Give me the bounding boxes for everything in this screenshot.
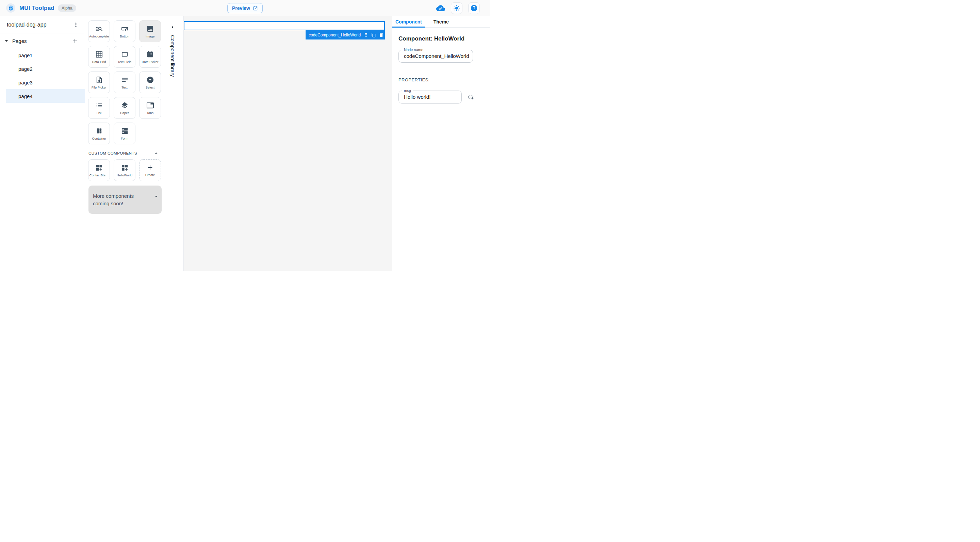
library-collapse-strip: Component library [162, 16, 183, 271]
coming-soon-banner[interactable]: More components coming soon! [89, 185, 162, 214]
drag-handle[interactable] [363, 32, 369, 37]
project-row: toolpad-dog-app [0, 16, 85, 33]
project-name: toolpad-dog-app [7, 22, 47, 28]
theme-toggle-button[interactable] [451, 2, 463, 14]
library-card-list[interactable]: List [88, 97, 110, 119]
custom-component-contactsta[interactable]: ContactSta… [88, 159, 110, 181]
component-cards-grid: Autocomplete Button Image Data Grid Text… [88, 21, 161, 144]
card-label: Tabs [147, 111, 153, 115]
text-field-icon [121, 50, 129, 58]
card-label: Autocomplete [89, 34, 109, 38]
main-body: toolpad-dog-app Pages page1 page2 page3 … [0, 16, 490, 271]
msg-label: msg [402, 89, 413, 92]
sidebar-item-page4[interactable]: page4 [6, 89, 85, 103]
add-link-icon [467, 94, 474, 100]
tab-label: Theme [434, 19, 449, 24]
sidebar-item-page2[interactable]: page2 [0, 62, 85, 76]
dns-icon [121, 127, 129, 135]
create-component-button[interactable]: Create [139, 159, 161, 181]
container-icon [95, 127, 103, 135]
node-name-field[interactable]: Node name codeComponent_HelloWorld [398, 50, 473, 63]
light-mode-icon [453, 5, 460, 11]
library-card-image[interactable]: Image [139, 21, 161, 42]
header-actions [436, 2, 480, 14]
sidebar-item-page3[interactable]: page3 [0, 76, 85, 89]
card-label: Form [121, 137, 128, 140]
library-card-form[interactable]: Form [114, 123, 135, 144]
add-page-button[interactable] [70, 37, 79, 45]
notes-icon [121, 76, 129, 84]
open-in-new-icon [253, 6, 258, 11]
component-library-title: Component library [170, 35, 176, 77]
app-header: MUI Toolpad Alpha Preview [0, 0, 490, 16]
tab-component[interactable]: Component [392, 16, 425, 27]
collapse-library-button[interactable] [169, 24, 176, 31]
pages-tree-header[interactable]: Pages [0, 35, 85, 46]
app-title: MUI Toolpad [19, 5, 54, 11]
library-card-date-picker[interactable]: Date Picker [139, 46, 161, 68]
list-icon [95, 102, 103, 109]
library-card-tabs[interactable]: Tabs [139, 97, 161, 119]
select-icon [146, 76, 154, 84]
library-card-button[interactable]: Button [114, 21, 135, 42]
selected-node-name: codeComponent_HelloWorld [309, 33, 361, 37]
card-label: ContactSta… [89, 173, 109, 177]
card-label: Text Field [118, 60, 132, 64]
properties-label: PROPERTIES: [398, 77, 484, 82]
tab-theme[interactable]: Theme [430, 16, 452, 27]
plus-icon [72, 37, 78, 44]
card-label: Select [146, 86, 154, 89]
selected-node-toolbar: codeComponent_HelloWorld [305, 30, 385, 40]
msg-property-row: msg Hello world! [398, 91, 484, 104]
plus-icon [146, 164, 154, 171]
library-card-select[interactable]: Select [139, 72, 161, 93]
card-label: File Picker [92, 86, 107, 89]
custom-component-helloworld[interactable]: HelloWorld [114, 159, 135, 181]
duplicate-node-button[interactable] [371, 33, 376, 37]
page-label: page2 [18, 66, 33, 72]
page-label: page1 [18, 53, 33, 58]
editor-canvas[interactable]: codeComponent_HelloWorld [184, 16, 392, 271]
bind-property-button[interactable] [466, 93, 475, 101]
card-label: Image [146, 34, 154, 38]
project-menu-button[interactable] [71, 20, 81, 30]
library-card-container[interactable]: Container [88, 123, 110, 144]
pages-list: page1 page2 page3 page4 [0, 48, 85, 103]
msg-field[interactable]: msg Hello world! [398, 91, 462, 104]
card-label: Paper [120, 111, 129, 115]
library-card-file-picker[interactable]: File Picker [88, 72, 110, 93]
more-vert-icon [73, 21, 79, 28]
card-label: List [97, 111, 102, 115]
library-card-text-field[interactable]: Text Field [114, 46, 135, 68]
collapse-up-icon [153, 150, 159, 156]
component-heading: Component: HelloWorld [398, 35, 484, 42]
inspector-tabs: Component Theme [392, 16, 490, 27]
component-library-panel: Autocomplete Button Image Data Grid Text… [85, 16, 184, 271]
card-label: Button [120, 34, 129, 38]
node-name-value: codeComponent_HelloWorld [399, 50, 473, 62]
library-card-data-grid[interactable]: Data Grid [88, 46, 110, 68]
calendar-icon [146, 50, 154, 58]
card-label: Text [121, 86, 127, 89]
library-card-paper[interactable]: Paper [114, 97, 135, 119]
tab-label: Component [395, 19, 422, 24]
card-label: Data Grid [92, 60, 106, 64]
custom-components-grid: ContactSta… HelloWorld Create [88, 159, 161, 181]
arrow-left-icon [169, 24, 176, 31]
grid-icon [95, 50, 103, 58]
help-icon [470, 5, 478, 12]
pages-label: Pages [12, 38, 27, 44]
custom-components-header[interactable]: CUSTOM COMPONENTS [89, 150, 159, 156]
preview-button-label: Preview [232, 5, 250, 11]
preview-button[interactable]: Preview [227, 3, 263, 13]
delete-node-button[interactable] [379, 32, 384, 37]
help-button[interactable] [468, 2, 480, 14]
sidebar-item-page1[interactable]: page1 [0, 48, 85, 62]
library-card-autocomplete[interactable]: Autocomplete [88, 21, 110, 42]
chevron-down-icon [3, 37, 10, 44]
library-card-text[interactable]: Text [114, 72, 135, 93]
file-upload-icon [95, 76, 103, 84]
selected-component-outline[interactable] [184, 21, 385, 30]
chevron-down-icon [153, 193, 159, 199]
card-label: Container [92, 137, 106, 140]
